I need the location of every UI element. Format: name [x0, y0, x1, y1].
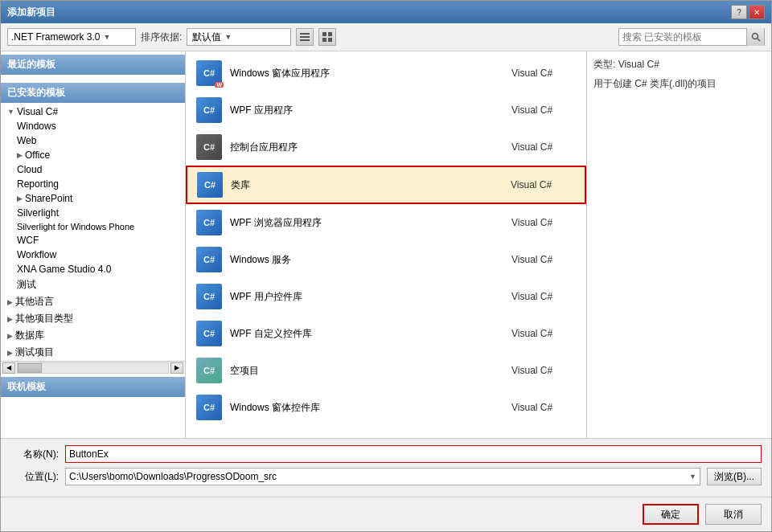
template-icon-wpf-custom: C# — [196, 321, 222, 346]
template-icon-windows-control: C# — [196, 395, 222, 420]
template-class-lib[interactable]: C# 类库 Visual C# — [186, 166, 586, 204]
location-label: 位置(L): — [10, 470, 59, 484]
template-console-app[interactable]: C# 控制台应用程序 Visual C# — [186, 129, 586, 166]
title-bar: 添加新项目 ? ✕ — [1, 1, 771, 23]
expand-arrow: ▶ — [7, 332, 13, 340]
scroll-thumb[interactable] — [18, 363, 42, 373]
framework-label: .NET Framework 3.0 — [11, 31, 100, 43]
svg-rect-4 — [328, 32, 332, 36]
svg-rect-0 — [300, 33, 310, 35]
search-input[interactable] — [619, 30, 746, 44]
tree-item-wcf[interactable]: WCF — [1, 233, 185, 248]
dialog-buttons: 确定 取消 — [1, 497, 771, 531]
tree-item-cloud[interactable]: Cloud — [1, 162, 185, 177]
tree-item-test-projects[interactable]: ▶ 测试项目 — [1, 344, 185, 361]
tree-label: 其他语言 — [15, 295, 54, 309]
cancel-button[interactable]: 取消 — [705, 504, 762, 525]
tree-item-silverlight-wp[interactable]: Silverlight for Windows Phone — [1, 220, 185, 233]
tree-item-silverlight[interactable]: Silverlight — [1, 206, 185, 220]
view-grid-button[interactable] — [318, 28, 336, 46]
svg-rect-1 — [300, 36, 310, 38]
location-dropdown[interactable]: C:\Users\bomo\Downloads\ProgressODoom_sr… — [65, 468, 700, 485]
dialog-title: 添加新项目 — [7, 6, 55, 19]
framework-dropdown[interactable]: .NET Framework 3.0 ▼ — [7, 28, 136, 46]
tree-item-other-langs[interactable]: ▶ 其他语言 — [1, 293, 185, 310]
expand-arrow: ▶ — [7, 349, 13, 357]
tree-label: 数据库 — [15, 329, 44, 342]
tree-item-xna[interactable]: XNA Game Studio 4.0 — [1, 262, 185, 276]
recent-templates-header: 最近的模板 — [1, 55, 185, 75]
search-icon — [751, 32, 761, 42]
view-list-button[interactable] — [296, 28, 314, 46]
template-lang-wpf-usercontrol: Visual C# — [511, 291, 576, 302]
template-icon-console-app: C# — [196, 134, 222, 160]
template-lang-windows-service: Visual C# — [511, 254, 576, 265]
tree-item-test-ch[interactable]: 测试 — [1, 276, 185, 293]
tree-item-workflow[interactable]: Workflow — [1, 248, 185, 262]
left-panel-scrollbar[interactable]: ◀ ▶ — [1, 361, 185, 374]
tree-label: Silverlight — [17, 207, 59, 219]
sort-dropdown[interactable]: 默认值 ▼ — [187, 28, 291, 46]
sort-dropdown-arrow: ▼ — [224, 33, 232, 41]
template-icon-wpf-usercontrol: C# — [196, 284, 222, 309]
template-icon-class-lib: C# — [197, 172, 223, 198]
expand-arrow: ▶ — [7, 298, 13, 306]
online-templates-header: 联机模板 — [1, 377, 185, 397]
bottom-form: 名称(N): 位置(L): C:\Users\bomo\Downloads\Pr… — [1, 438, 771, 497]
template-windows-service[interactable]: C# Windows 服务 Visual C# — [186, 241, 586, 278]
template-windows-control[interactable]: C# Windows 窗体控件库 Visual C# — [186, 389, 586, 426]
svg-line-8 — [758, 39, 760, 41]
description-text: 用于创建 C# 类库(.dll)的项目 — [593, 76, 765, 91]
expand-arrow: ▶ — [17, 151, 23, 159]
template-lang-console-app: Visual C# — [511, 141, 576, 153]
template-wpf-custom[interactable]: C# WPF 自定义控件库 Visual C# — [186, 315, 586, 352]
template-icon-windows-app: C# W — [196, 60, 222, 86]
tree-item-reporting[interactable]: Reporting — [1, 177, 185, 191]
tree-item-web[interactable]: Web — [1, 133, 185, 148]
template-name-empty-project: 空项目 — [230, 364, 503, 378]
template-lang-class-lib: Visual C# — [511, 179, 575, 190]
template-wpf-usercontrol[interactable]: C# WPF 用户控件库 Visual C# — [186, 278, 586, 315]
ok-button[interactable]: 确定 — [643, 504, 699, 525]
tree-label: 测试 — [17, 278, 36, 292]
tree-item-windows[interactable]: Windows — [1, 119, 185, 133]
close-button[interactable]: ✕ — [749, 5, 765, 19]
help-button[interactable]: ? — [731, 5, 747, 19]
tree-item-visual-csharp[interactable]: ▼ Visual C# — [1, 104, 185, 119]
name-row: 名称(N): — [10, 445, 762, 463]
name-input[interactable] — [65, 445, 762, 463]
scroll-right-arrow[interactable]: ▶ — [170, 362, 183, 374]
search-button[interactable] — [746, 28, 764, 46]
template-icon-empty-project: C# — [196, 358, 222, 383]
scroll-track — [17, 362, 169, 374]
template-lang-windows-app: Visual C# — [511, 68, 576, 79]
scroll-left-arrow[interactable]: ◀ — [2, 362, 15, 374]
tree-item-sharepoint[interactable]: ▶ SharePoint — [1, 191, 185, 206]
location-row: 位置(L): C:\Users\bomo\Downloads\ProgressO… — [10, 468, 762, 485]
list-icon — [299, 31, 310, 43]
template-wpf-browser[interactable]: C# WPF 浏览器应用程序 Visual C# — [186, 204, 586, 241]
template-lang-wpf-custom: Visual C# — [511, 328, 576, 339]
browse-button[interactable]: 浏览(B)... — [707, 468, 762, 485]
tree-label: SharePoint — [25, 193, 72, 204]
location-value: C:\Users\bomo\Downloads\ProgressODoom_sr… — [69, 471, 277, 482]
template-name-windows-app: Windows 窗体应用程序 — [230, 67, 503, 80]
svg-rect-3 — [322, 32, 326, 36]
expand-arrow: ▶ — [17, 194, 23, 203]
expand-arrow: ▼ — [7, 108, 14, 116]
template-name-wpf-browser: WPF 浏览器应用程序 — [230, 216, 503, 230]
template-windows-app[interactable]: C# W Windows 窗体应用程序 Visual C# — [186, 55, 586, 92]
tree-item-office[interactable]: ▶ Office — [1, 148, 185, 162]
template-name-windows-service: Windows 服务 — [230, 253, 503, 267]
tree-item-database[interactable]: ▶ 数据库 — [1, 327, 185, 344]
type-label: 类型: Visual C# — [593, 58, 765, 72]
template-name-class-lib: 类库 — [231, 178, 503, 192]
template-wpf-app[interactable]: C# WPF 应用程序 Visual C# — [186, 92, 586, 129]
tree-label: Web — [17, 135, 36, 146]
svg-rect-5 — [322, 38, 326, 42]
tree-item-other-types[interactable]: ▶ 其他项目类型 — [1, 310, 185, 327]
template-name-console-app: 控制台应用程序 — [230, 141, 503, 154]
tree-label: Reporting — [17, 178, 59, 190]
template-empty-project[interactable]: C# 空项目 Visual C# — [186, 352, 586, 389]
search-box[interactable] — [618, 28, 765, 46]
